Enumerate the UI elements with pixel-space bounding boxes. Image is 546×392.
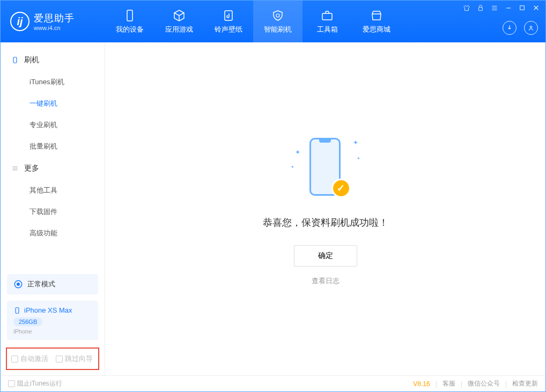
sidebar-group-flash: 刷机: [1, 49, 105, 71]
svg-point-8: [17, 283, 20, 286]
sparkle-icon: ✦: [295, 149, 300, 156]
device-name: iPhone XS Max: [24, 306, 72, 314]
support-link[interactable]: 客服: [442, 379, 455, 388]
main-content: ✦ ✦ ✦ ✦ ✓ 恭喜您，保资料刷机成功啦！ 确定 查看日志: [105, 42, 545, 375]
separator: |: [461, 380, 462, 388]
sidebar-item-advanced[interactable]: 高级功能: [1, 223, 105, 244]
checkbox-label: 自动激活: [20, 354, 48, 364]
header-right-icons: [503, 21, 538, 35]
view-log-link[interactable]: 查看日志: [312, 276, 340, 286]
checkbox-label: 跳过向导: [65, 354, 93, 364]
tab-label: 铃声壁纸: [215, 25, 242, 34]
tab-label: 智能刷机: [264, 25, 292, 34]
tab-ringtones[interactable]: 铃声壁纸: [204, 1, 253, 42]
list-icon: [11, 165, 19, 172]
svg-rect-0: [127, 10, 132, 21]
sidebar-item-itunes-flash[interactable]: iTunes刷机: [1, 71, 105, 93]
device-small-icon: [13, 307, 21, 314]
flash-options-highlighted: 自动激活 跳过向导: [6, 347, 99, 370]
minimize-icon[interactable]: [505, 4, 512, 12]
tab-my-device[interactable]: 我的设备: [105, 1, 154, 42]
logo-icon: ij: [10, 12, 29, 31]
nav-tabs: 我的设备 应用游戏 铃声壁纸 智能刷机 工具箱 爱思商城: [105, 1, 401, 42]
svg-rect-1: [225, 11, 232, 20]
device-icon: [123, 9, 137, 23]
ok-button[interactable]: 确定: [294, 245, 357, 267]
sidebar-item-batch-flash[interactable]: 批量刷机: [1, 136, 105, 157]
close-icon[interactable]: [532, 4, 540, 12]
checkbox-block-itunes[interactable]: 阻止iTunes运行: [8, 379, 62, 388]
store-icon: [370, 9, 383, 23]
music-file-icon: [222, 9, 235, 23]
tab-store[interactable]: 爱思商城: [352, 1, 401, 42]
menu-icon[interactable]: [491, 4, 498, 12]
sidebar-item-firmware[interactable]: 下载固件: [1, 201, 105, 223]
download-icon[interactable]: [503, 21, 517, 35]
tab-label: 工具箱: [317, 25, 338, 34]
app-name: 爱思助手: [34, 12, 75, 25]
checkbox-auto-activate[interactable]: 自动激活: [11, 354, 48, 364]
version-label: V8.16: [413, 380, 430, 388]
group-label: 更多: [24, 164, 39, 173]
svg-rect-3: [479, 7, 483, 10]
cube-icon: [172, 9, 186, 23]
separator: |: [436, 380, 437, 388]
tab-apps[interactable]: 应用游戏: [154, 1, 204, 42]
footer-bar: 阻止iTunes运行 V8.16 | 客服 | 微信公众号 | 检查更新: [1, 375, 545, 391]
tab-label: 我的设备: [116, 25, 144, 34]
logo-area: ij 爱思助手 www.i4.cn: [1, 12, 105, 31]
sidebar-item-other-tools[interactable]: 其他工具: [1, 180, 105, 201]
svg-rect-2: [322, 13, 332, 20]
shirt-icon[interactable]: [463, 4, 470, 12]
tab-label: 爱思商城: [363, 25, 390, 34]
device-storage: 256GB: [13, 317, 42, 326]
tab-label: 应用游戏: [165, 25, 193, 34]
mode-icon: [13, 279, 23, 289]
sidebar-item-oneclick-flash[interactable]: 一键刷机: [1, 93, 105, 114]
tab-flash[interactable]: 智能刷机: [253, 1, 302, 42]
refresh-shield-icon: [271, 9, 285, 23]
checkbox-label: 阻止iTunes运行: [17, 379, 62, 388]
phone-icon: [11, 56, 19, 64]
sidebar-item-pro-flash[interactable]: 专业刷机: [1, 114, 105, 136]
success-message: 恭喜您，保资料刷机成功啦！: [263, 216, 388, 229]
sidebar-group-more: 更多: [1, 157, 105, 180]
briefcase-icon: [320, 9, 334, 23]
device-info[interactable]: iPhone XS Max 256GB iPhone: [7, 301, 98, 340]
sidebar: 刷机 iTunes刷机 一键刷机 专业刷机 批量刷机 更多 其他工具 下载固件 …: [1, 42, 105, 375]
device-type: iPhone: [13, 328, 92, 335]
sparkle-icon: ✦: [357, 156, 360, 161]
svg-rect-6: [13, 57, 17, 63]
app-url: www.i4.cn: [34, 25, 75, 31]
window-controls-top: [463, 4, 540, 12]
success-check-icon: ✓: [331, 179, 351, 198]
separator: |: [505, 380, 507, 388]
check-update-link[interactable]: 检查更新: [512, 379, 538, 388]
sparkle-icon: ✦: [291, 165, 294, 169]
maximize-icon[interactable]: [519, 4, 526, 11]
svg-point-5: [530, 26, 532, 28]
group-label: 刷机: [24, 55, 39, 65]
user-icon[interactable]: [524, 21, 538, 35]
sparkle-icon: ✦: [353, 139, 358, 146]
header-bar: ij 爱思助手 www.i4.cn 我的设备 应用游戏 铃声壁纸 智能刷机 工具…: [1, 1, 545, 42]
success-illustration: ✦ ✦ ✦ ✦ ✓: [291, 132, 360, 202]
mode-label: 正常模式: [27, 279, 55, 289]
tab-toolbox[interactable]: 工具箱: [302, 1, 352, 42]
wechat-link[interactable]: 微信公众号: [468, 379, 500, 388]
svg-rect-9: [16, 307, 19, 313]
svg-rect-4: [520, 6, 525, 10]
mode-indicator: 正常模式: [7, 274, 98, 294]
lock-icon[interactable]: [477, 4, 484, 12]
checkbox-skip-wizard[interactable]: 跳过向导: [56, 354, 93, 364]
